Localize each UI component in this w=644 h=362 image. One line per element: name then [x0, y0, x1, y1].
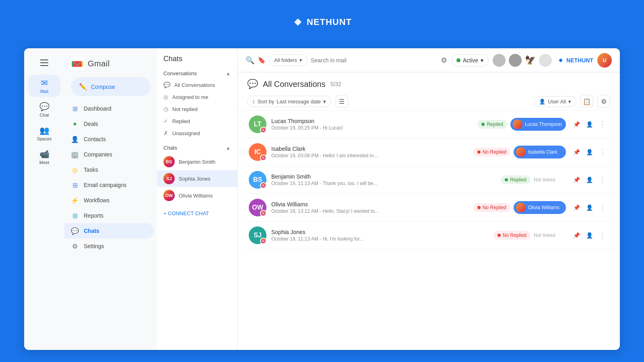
sidebar-item-chats[interactable]: 💬 Chats [64, 223, 154, 239]
toolbar-avatars: 🦅 [493, 54, 552, 67]
olivia-linked-user[interactable]: Olivia Williams [514, 201, 566, 214]
sidebar-item-workflows[interactable]: ⚡ Workflows [64, 193, 154, 208]
benjamin-more-icon[interactable]: ⋮ [597, 174, 609, 186]
nav-meet[interactable]: 📹 Meet [28, 146, 60, 168]
all-folders-label: All folders [274, 57, 297, 63]
reports-label: Reports [84, 212, 103, 219]
settings-icon-button[interactable]: ⚙ [597, 95, 610, 108]
search-input[interactable] [311, 57, 438, 64]
benjamin-status-badge: Replied [501, 175, 530, 184]
lucas-linked-user[interactable]: Lucas Thompson [510, 118, 566, 131]
conv-item-replied[interactable]: ✓ Replied [157, 115, 234, 127]
conv-row-sophia[interactable]: SJ Sophia Jones October 19, 11:13 AM - H… [244, 222, 613, 249]
isabella-avatar-wrap: IC [249, 143, 266, 161]
svg-point-14 [263, 241, 264, 242]
dashboard-label: Dashboard [84, 105, 111, 112]
chat-contact-benjamin[interactable]: BS Benjamin Smith [157, 153, 237, 170]
benjamin-avatar: BS [163, 156, 175, 167]
chat-contact-olivia[interactable]: OW Olivia Williams [157, 187, 237, 204]
nethunt-logo-top: NETHUNT [292, 16, 352, 28]
assign-icon-button[interactable]: 📋 [580, 95, 593, 108]
svg-point-2 [263, 130, 264, 131]
deals-label: Deals [84, 121, 98, 127]
conv-item-unassigned[interactable]: ✗ Unassigned [157, 127, 234, 139]
sidebar-item-deals[interactable]: ● Deals [64, 116, 154, 132]
search-icon[interactable]: 🔍 [246, 56, 254, 65]
chat-contact-sophia[interactable]: SJ Sophia Jones [157, 170, 237, 187]
conv-settings-icon: ⚙ [601, 98, 607, 105]
chats-chevron: ▲ [226, 145, 231, 151]
conv-row-benjamin[interactable]: BS Benjamin Smith October 19, 11:13 AM -… [244, 166, 613, 194]
companies-icon: 🏢 [71, 150, 79, 158]
conv-item-assigned[interactable]: ◎ Assigned to me [157, 91, 234, 103]
toolbar-avatar-1[interactable] [493, 54, 506, 67]
deals-icon: ● [71, 120, 79, 128]
lucas-status-area: Replied Lucas Thompson [477, 118, 566, 131]
sidebar-item-tasks[interactable]: ◎ Tasks [64, 162, 154, 177]
sliders-icon[interactable]: ⚙ [441, 56, 447, 65]
sort-order-button[interactable]: ☰ [335, 95, 348, 108]
benjamin-pin-icon[interactable]: 📌 [571, 174, 582, 185]
compose-button[interactable]: ✏️ Compose [71, 77, 151, 96]
nav-mail[interactable]: ✉ Mail [28, 75, 60, 97]
olivia-more-icon[interactable]: ⋮ [597, 202, 609, 214]
sidebar-item-companies[interactable]: 🏢 Companies [64, 147, 154, 162]
isabella-linked-user[interactable]: Isabella Clark [514, 146, 566, 158]
meet-icon: 📹 [39, 149, 50, 159]
conversations-section: Conversations ▲ 💬 All Conversations ◎ As… [157, 68, 237, 142]
active-dot [456, 58, 460, 62]
olivia-pin-icon[interactable]: 📌 [571, 202, 582, 213]
lucas-pin-icon[interactable]: 📌 [571, 119, 582, 130]
sophia-conv-avatar-wrap: SJ [249, 226, 266, 244]
sidebar-item-contacts[interactable]: 👤 Contacts [64, 132, 154, 147]
bookmark-icon[interactable]: 🔖 [258, 56, 266, 64]
olivia-avatar: OW [163, 190, 175, 201]
toolbar-avatar-2[interactable] [509, 54, 522, 67]
isabella-more-icon[interactable]: ⋮ [597, 146, 609, 158]
toolbar-avatar-3[interactable] [539, 54, 552, 67]
conv-row-lucas[interactable]: LT Lucas Thompson October 19, 05:25 PM -… [244, 111, 613, 138]
conv-row-isabella[interactable]: IC Isabella Clark October 19, 03:06 PM -… [244, 138, 613, 166]
hamburger-menu[interactable] [37, 56, 52, 70]
all-folders-dropdown[interactable]: All folders ▾ [269, 54, 308, 66]
olivia-conv-preview: October 18, 13:12 AM - Hello, Stacy! I w… [271, 208, 469, 214]
sophia-status-badge: No Replied [493, 231, 530, 240]
benjamin-assign-icon[interactable]: 👤 [584, 174, 595, 185]
conv-item-not-replied[interactable]: ◷ Not replied [157, 103, 234, 115]
benjamin-conv-info: Benjamin Smith October 19, 11:13 AM - Th… [271, 173, 496, 186]
nav-chat[interactable]: 💬 Chat [28, 99, 60, 121]
isabella-assign-icon[interactable]: 👤 [584, 146, 595, 158]
reports-icon: ⊞ [71, 212, 79, 220]
user-filter-dropdown[interactable]: 👤 User All ▾ [534, 96, 576, 107]
replied-icon: ✓ [163, 118, 168, 124]
connect-chat-button[interactable]: + CONNECT CHAT [157, 207, 237, 220]
sidebar-item-settings[interactable]: ⚙ Settings [64, 239, 154, 254]
user-avatar-toolbar[interactable]: U [597, 53, 612, 68]
conv-item-all[interactable]: 💬 All Conversations [157, 79, 234, 91]
sophia-insta-badge [260, 238, 266, 244]
conversations-section-header[interactable]: Conversations ▲ [157, 68, 237, 79]
unassigned-label: Unassigned [172, 130, 200, 136]
sort-dropdown[interactable]: ↕ Sort by Last message date ▾ [247, 96, 331, 107]
email-campaigns-icon: ⊞ [71, 181, 79, 189]
sophia-more-icon[interactable]: ⋮ [597, 229, 609, 241]
nav-spaces[interactable]: 👥 Spaces [28, 122, 60, 144]
active-status-button[interactable]: Active ▾ [451, 54, 489, 66]
isabella-pin-icon[interactable]: 📌 [571, 146, 582, 158]
sidebar-item-dashboard[interactable]: ⊞ Dashboard [64, 101, 154, 116]
sophia-assign-icon[interactable]: 👤 [584, 230, 595, 241]
top-toolbar: 🔍 🔖 All folders ▾ ⚙ Active ▾ 🦅 [237, 48, 620, 72]
sidebar-item-email-campaigns[interactable]: ⊞ Email campaigns [64, 177, 154, 193]
conv-row-olivia[interactable]: OW Olivia Williams October 18, 13:12 AM … [244, 194, 613, 222]
nethunt-toolbar-icon[interactable]: 🦅 [525, 55, 536, 66]
chats-section-header[interactable]: Chats ▲ [157, 142, 237, 153]
olivia-assign-icon[interactable]: 👤 [584, 202, 595, 213]
sidebar-item-reports[interactable]: ⊞ Reports [64, 208, 154, 223]
sophia-pin-icon[interactable]: 📌 [571, 230, 582, 241]
main-container: ✉ Mail 💬 Chat 👥 Spaces 📹 Meet [24, 48, 620, 350]
lucas-more-icon[interactable]: ⋮ [597, 118, 609, 130]
dashboard-icon: ⊞ [71, 105, 79, 113]
active-label: Active [463, 57, 478, 64]
lucas-assign-icon[interactable]: 👤 [584, 119, 595, 130]
user-filter-label: User All [548, 99, 566, 105]
